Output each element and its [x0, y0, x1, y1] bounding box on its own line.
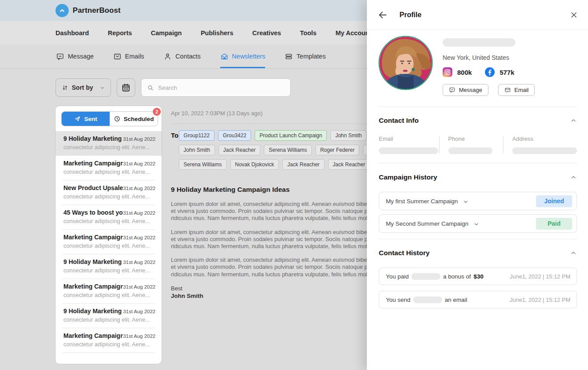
contact-field-address: Address	[503, 136, 577, 154]
mail-item-title: 9 Holiday Marketing ...	[63, 135, 123, 142]
mail-item-preview: consectetur adipiscing elit. Aene...	[63, 144, 155, 150]
sort-by-label: Sort by	[72, 84, 96, 91]
mail-item-date: 31st Aug 2022	[123, 186, 155, 191]
mail-item-title: Marketing Campaign...	[63, 283, 123, 290]
tab-emails[interactable]: Emails	[113, 44, 144, 68]
nav-item-my-account[interactable]: My Account	[336, 29, 372, 37]
recipient-tag[interactable]: Roger Federer	[315, 145, 359, 155]
toolbar: Sort by	[55, 78, 291, 97]
mail-item-preview: consectetur adipiscing elit. Aene...	[63, 242, 155, 249]
recipient-tag[interactable]: Serena Williams	[264, 145, 312, 155]
campaign-history-list: My first Summer CampaignJoinedMy Second …	[379, 192, 577, 233]
tab-newsletters[interactable]: Newsletters	[220, 44, 266, 68]
campaign-history-heading: Campaign History	[379, 173, 437, 181]
recipient-tag[interactable]: Grou3422	[218, 130, 251, 141]
tab-label: Message	[68, 53, 94, 60]
contact-field-placeholder[interactable]	[448, 147, 492, 154]
mail-item-title: Marketing Campaign...	[63, 234, 123, 241]
tab-label: Newsletters	[232, 53, 266, 60]
chevron-up-icon[interactable]	[570, 117, 577, 124]
campaign-name: My first Summer Campaign	[386, 198, 458, 205]
contact-history-text: You paida bonus of$30	[386, 273, 484, 280]
mail-item-date: 31st Aug 2022	[123, 333, 155, 339]
mail-list-item[interactable]: Marketing Campaign...31st Aug 2022consec…	[55, 230, 162, 254]
recipient-tag[interactable]: Jack Reacher	[218, 145, 260, 155]
contact-history-card: You paida bonus of$30June1, 2022 | 15:12…	[379, 267, 577, 285]
mail-list-item[interactable]: 45 Ways to boost your...31st Aug 2022con…	[55, 205, 162, 230]
mail-list-item[interactable]: Marketing Campaign...31st Aug 2022consec…	[55, 156, 162, 180]
contact-field-email: Email	[379, 136, 439, 154]
contact-field-placeholder[interactable]	[512, 147, 577, 154]
envelope-flap-icon	[113, 52, 122, 61]
person-icon	[163, 52, 172, 61]
chat-bubble-icon	[449, 87, 455, 93]
calendar-button[interactable]	[117, 78, 135, 97]
search-input[interactable]	[158, 84, 285, 91]
recipient-tag[interactable]: Group1122	[179, 130, 214, 141]
mail-list-item[interactable]: 9 Holiday Marketing ...31st Aug 2022cons…	[55, 304, 162, 328]
message-button[interactable]: Message	[443, 84, 488, 96]
tab-label: Emails	[125, 53, 144, 60]
chat-bubble-icon	[56, 52, 64, 61]
nav-item-creatives[interactable]: Creatives	[252, 29, 281, 37]
mail-list-item[interactable]: 9 Holiday Marketing ...31st Aug 2022cons…	[55, 254, 162, 279]
mail-item-title: New Product Upsale	[63, 184, 123, 191]
close-icon[interactable]	[570, 11, 578, 19]
contact-history-section: Contact History You paida bonus of$30Jun…	[367, 239, 588, 308]
search-icon	[147, 84, 154, 92]
instagram-stat[interactable]: 800k	[443, 67, 472, 77]
mail-item-preview: consectetur adipiscing elit. Aene...	[63, 341, 155, 348]
mail-list: 9 Holiday Marketing ...31st Aug 2022cons…	[55, 131, 162, 353]
recipient-tag[interactable]: Product Launch Campaign	[255, 130, 327, 141]
campaign-history-section: Campaign History My first Summer Campaig…	[367, 163, 588, 233]
campaign-status-badge: Joined	[536, 195, 572, 207]
mail-list-item[interactable]: Marketing Campaign...31st Aug 2022consec…	[55, 328, 162, 353]
email-button-label: Email	[514, 87, 529, 93]
chevron-down-icon[interactable]	[473, 221, 479, 227]
to-label: To	[171, 130, 179, 170]
profile-title: Profile	[399, 11, 422, 19]
nav-item-campaign[interactable]: Campaign	[151, 29, 182, 37]
chevron-up-icon[interactable]	[570, 249, 577, 256]
nav-item-reports[interactable]: Reports	[108, 29, 132, 37]
mail-list-item[interactable]: 9 Holiday Marketing ...31st Aug 2022cons…	[55, 131, 162, 156]
contact-info-fields: EmailPhoneAddress	[379, 136, 577, 154]
facebook-icon	[485, 67, 495, 77]
recipient-tag[interactable]: John Smith	[179, 145, 215, 155]
brand-logo[interactable]: PartnerBoost	[55, 4, 121, 17]
chevron-down-icon[interactable]	[463, 198, 469, 204]
chevron-up-icon[interactable]	[570, 174, 577, 181]
mail-list-item[interactable]: Marketing Campaign...31st Aug 2022consec…	[55, 279, 162, 304]
profile-summary: New York, United States 800k 577k	[367, 30, 588, 96]
history-prefix: You paid	[386, 273, 409, 280]
tab-message[interactable]: Message	[56, 44, 94, 68]
recipient-tag[interactable]: Serena Williams	[179, 159, 227, 170]
sent-tab-button[interactable]: Sent	[62, 112, 110, 126]
nav-item-publishers[interactable]: Publishers	[201, 29, 233, 37]
nav-item-tools[interactable]: Tools	[300, 29, 317, 37]
contact-history-heading: Contact History	[379, 249, 429, 257]
scheduled-tab-button[interactable]: Scheduled	[110, 112, 158, 126]
profile-actions: Message Email	[443, 84, 535, 96]
mail-item-date: 31st Aug 2022	[123, 235, 155, 240]
contact-field-placeholder[interactable]	[379, 147, 438, 154]
recipient-tag[interactable]: Jack Reacher	[282, 159, 324, 170]
message-button-label: Message	[459, 87, 482, 93]
email-button[interactable]: Email	[498, 84, 535, 96]
tab-templates[interactable]: Templates	[285, 44, 325, 68]
facebook-stat[interactable]: 577k	[485, 67, 514, 77]
mail-list-item[interactable]: New Product Upsale31st Aug 2022consectet…	[55, 180, 162, 205]
nav-item-dashboard[interactable]: Dashboard	[55, 29, 89, 37]
sort-by-dropdown[interactable]: Sort by	[55, 78, 111, 97]
tab-contacts[interactable]: Contacts	[163, 44, 200, 68]
campaign-card[interactable]: My first Summer CampaignJoined	[379, 192, 577, 210]
recipient-tag[interactable]: John Smith	[330, 130, 366, 141]
open-envelope-icon	[220, 52, 229, 61]
mail-item-preview: consectetur adipiscing elit. Aene...	[63, 169, 155, 175]
recipient-tag[interactable]: Novak Djokovick	[230, 159, 279, 170]
back-arrow-icon[interactable]	[377, 10, 388, 20]
campaign-card[interactable]: My Second Summer CampaignPaid	[379, 214, 577, 233]
recipient-tag[interactable]: Jack Reacher	[328, 159, 370, 170]
mail-item-title: Marketing Campaign...	[63, 332, 123, 339]
name-placeholder	[411, 273, 440, 280]
